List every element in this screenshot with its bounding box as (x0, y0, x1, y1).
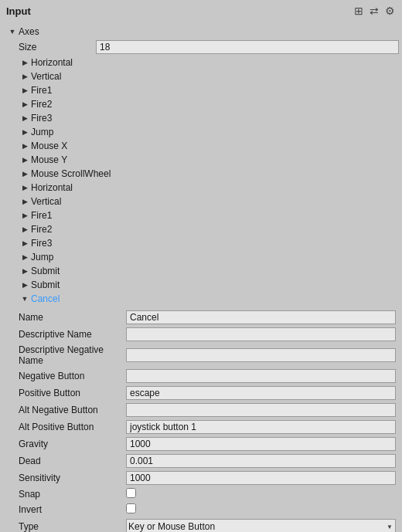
tree-item-fire3b[interactable]: ▶ Fire3 (0, 236, 402, 250)
settings-icon[interactable]: ⚙ (383, 5, 396, 17)
prop-type-value: Key or Mouse Button Mouse Movement Joyst… (126, 519, 396, 532)
tree-item-horizontal1[interactable]: ▶ Horizontal (0, 56, 402, 69)
prop-sensitivity-value (126, 471, 396, 485)
prop-snap-value (126, 488, 396, 500)
descriptive-negative-name-input[interactable] (126, 348, 396, 362)
prop-name-value (126, 310, 396, 324)
arrow-icon: ▶ (19, 266, 31, 276)
item-label: Submit (31, 279, 60, 291)
item-label: Fire3 (31, 237, 52, 249)
size-row: Size (0, 39, 402, 56)
tree-item-fire2a[interactable]: ▶ Fire2 (0, 97, 402, 111)
tree-item-fire1a[interactable]: ▶ Fire1 (0, 83, 402, 97)
prop-gravity-label: Gravity (6, 439, 126, 449)
name-input[interactable] (126, 310, 396, 324)
size-input[interactable] (96, 40, 399, 54)
arrow-icon: ▼ (19, 293, 31, 304)
tree-item-mousex[interactable]: ▶ Mouse X (0, 139, 402, 153)
prop-negative-button-row: Negative Button (6, 368, 396, 385)
tree-item-fire1b[interactable]: ▶ Fire1 (0, 208, 402, 222)
snap-checkbox[interactable] (126, 488, 136, 498)
item-label: Horizontal (31, 56, 73, 69)
tree-item-fire2b[interactable]: ▶ Fire2 (0, 222, 402, 236)
prop-gravity-row: Gravity (6, 435, 396, 452)
prop-descriptive-negative-name-label: Descriptive Negative Name (6, 344, 126, 366)
tree-item-cancel[interactable]: ▼ Cancel (0, 292, 402, 306)
gravity-input[interactable] (126, 437, 396, 451)
tree-item-jump1[interactable]: ▶ Jump (0, 125, 402, 139)
arrow-icon: ▶ (19, 71, 31, 82)
prop-descriptive-name-row: Descriptive Name (6, 326, 396, 343)
prop-alt-negative-button-row: Alt Negative Button (6, 402, 396, 418)
item-label: Fire2 (31, 223, 52, 236)
split-icon[interactable]: ⇄ (368, 5, 380, 17)
layout-icon[interactable]: ⊞ (353, 5, 365, 17)
item-label: Fire2 (31, 98, 52, 110)
tree-item-jump2[interactable]: ▶ Jump (0, 250, 402, 264)
prop-invert-value (126, 503, 396, 516)
prop-gravity-value (126, 437, 396, 451)
item-label: Vertical (31, 195, 61, 208)
prop-positive-button-value (126, 386, 396, 400)
tree-item-submit2[interactable]: ▶ Submit (0, 278, 402, 292)
arrow-icon: ▶ (19, 182, 31, 193)
prop-dead-label: Dead (6, 456, 126, 466)
prop-descriptive-negative-name-row: Descriptive Negative Name (6, 343, 396, 368)
prop-invert-label: Invert (6, 504, 126, 515)
arrow-icon: ▶ (19, 210, 31, 221)
axes-arrow: ▼ (6, 26, 19, 37)
prop-negative-button-value (126, 369, 396, 383)
prop-descriptive-negative-name-value (126, 348, 396, 362)
prop-sensitivity-label: Sensitivity (6, 473, 126, 483)
properties-panel: Name Descriptive Name Descriptive Negati… (0, 306, 402, 532)
window-title: Input (6, 5, 31, 17)
arrow-icon: ▶ (19, 99, 31, 110)
dead-input[interactable] (126, 454, 396, 468)
prop-alt-positive-button-row: Alt Positive Button (6, 418, 396, 435)
negative-button-input[interactable] (126, 369, 396, 383)
prop-invert-row: Invert (6, 502, 396, 517)
tree-item-vertical1[interactable]: ▶ Vertical (0, 69, 402, 83)
alt-negative-button-input[interactable] (126, 403, 396, 417)
prop-negative-button-label: Negative Button (6, 371, 126, 381)
item-label: Submit (31, 265, 60, 277)
input-window: Input ⊞ ⇄ ⚙ ▼ Axes Size ▶ Horizontal ▶ V… (0, 0, 402, 532)
tree-item-vertical2[interactable]: ▶ Vertical (0, 195, 402, 208)
prop-descriptive-name-label: Descriptive Name (6, 329, 126, 340)
item-label: Fire1 (31, 209, 52, 222)
prop-snap-row: Snap (6, 486, 396, 502)
item-label: Vertical (31, 70, 61, 83)
prop-descriptive-name-value (126, 327, 396, 341)
sensitivity-input[interactable] (126, 471, 396, 485)
descriptive-name-input[interactable] (126, 327, 396, 341)
prop-alt-negative-button-value (126, 403, 396, 417)
item-label: Cancel (31, 293, 60, 305)
tree-item-horizontal2[interactable]: ▶ Horizontal (0, 181, 402, 195)
tree-item-mousescroll[interactable]: ▶ Mouse ScrollWheel (0, 167, 402, 181)
title-bar: Input ⊞ ⇄ ⚙ (0, 0, 402, 22)
arrow-icon: ▶ (19, 238, 31, 249)
prop-alt-positive-button-label: Alt Positive Button (6, 422, 126, 432)
tree-item-fire3a[interactable]: ▶ Fire3 (0, 111, 402, 125)
positive-button-input[interactable] (126, 386, 396, 400)
tree-item-submit1[interactable]: ▶ Submit (0, 264, 402, 278)
alt-positive-button-input[interactable] (126, 420, 396, 434)
arrow-icon: ▶ (19, 127, 31, 137)
prop-alt-positive-button-value (126, 420, 396, 434)
tree-item-mousey[interactable]: ▶ Mouse Y (0, 153, 402, 167)
type-select[interactable]: Key or Mouse Button Mouse Movement Joyst… (126, 519, 396, 532)
item-label: Mouse Y (31, 154, 67, 166)
arrow-icon: ▶ (19, 113, 31, 124)
item-label: Mouse ScrollWheel (31, 168, 111, 180)
arrow-icon: ▶ (19, 252, 31, 263)
arrow-icon: ▶ (19, 196, 31, 207)
content-area: ▼ Axes Size ▶ Horizontal ▶ Vertical ▶ Fi… (0, 22, 402, 532)
item-label: Jump (31, 251, 53, 263)
prop-positive-button-row: Positive Button (6, 385, 396, 402)
prop-sensitivity-row: Sensitivity (6, 469, 396, 486)
prop-type-label: Type (6, 521, 126, 532)
axes-header[interactable]: ▼ Axes (0, 25, 402, 39)
arrow-icon: ▶ (19, 57, 31, 68)
invert-checkbox[interactable] (126, 503, 136, 513)
arrow-icon: ▶ (19, 85, 31, 96)
